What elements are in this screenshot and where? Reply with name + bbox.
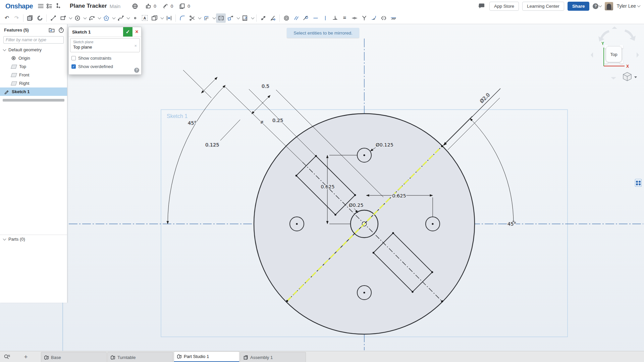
tree-item-right-plane[interactable]: Right — [0, 79, 67, 87]
trim-dropdown-caret[interactable] — [197, 13, 202, 23]
midpoint-constraint[interactable] — [350, 13, 359, 23]
create-tab-button[interactable]: + — [21, 353, 31, 361]
dimension-tool[interactable] — [268, 13, 278, 23]
accept-button[interactable]: ✓ — [123, 27, 132, 37]
parts-section-header[interactable]: Parts (0) — [0, 235, 67, 243]
tree-item-origin[interactable]: Origin — [0, 54, 67, 62]
help-icon[interactable]: ? — [593, 3, 598, 9]
coincident-constraint[interactable] — [359, 13, 369, 23]
dim-stray-dia[interactable]: ø — [261, 119, 263, 124]
transform-dropdown-caret[interactable] — [235, 13, 240, 23]
solid-model-icon[interactable] — [25, 13, 35, 23]
clear-selection-icon[interactable]: × — [134, 43, 137, 48]
rectangle-dropdown-caret[interactable] — [68, 13, 72, 23]
polygon-tool[interactable] — [101, 13, 111, 23]
sketch-region-icon[interactable] — [35, 13, 45, 23]
tree-group-default-geometry[interactable]: Default geometry — [0, 46, 67, 54]
fillet-tool[interactable] — [177, 13, 187, 23]
import-dxf-tool[interactable]: DXF — [240, 13, 250, 23]
polygon-dropdown-caret[interactable] — [111, 13, 116, 23]
sketch-plane-field[interactable]: Sketch plane Top plane × — [70, 38, 140, 52]
measure-tool[interactable] — [258, 13, 268, 23]
dim-dia-small-hole[interactable]: Ø0.125 — [376, 142, 393, 147]
tab-base[interactable]: Base — [41, 352, 107, 362]
line-tool[interactable] — [48, 13, 58, 23]
workspace-name[interactable]: Main — [110, 3, 121, 9]
circle-tool[interactable] — [72, 13, 82, 23]
rollback-timer-icon[interactable] — [58, 26, 64, 33]
dim-0-125[interactable]: 0.125 — [205, 142, 219, 147]
redo-button[interactable]: ↷ — [12, 13, 21, 23]
public-globe-icon[interactable] — [130, 2, 139, 10]
tangent-constraint[interactable] — [301, 13, 311, 23]
tree-item-sketch-1[interactable]: Sketch 1 — [0, 87, 67, 96]
follow-mode-icon[interactable] — [54, 2, 62, 10]
transform-tool[interactable] — [226, 13, 235, 23]
versions-icon[interactable] — [45, 2, 54, 10]
construction-dropdown-caret[interactable] — [159, 13, 164, 23]
filter-input[interactable] — [3, 36, 64, 44]
arc-tool[interactable] — [87, 13, 97, 23]
dim-0-625-vertical[interactable]: 0.625 — [321, 184, 335, 189]
add-folder-icon[interactable] — [48, 26, 55, 33]
show-overdefined-row[interactable]: ✓ Show overdefined — [71, 64, 113, 69]
show-constraints-row[interactable]: Show constraints — [71, 56, 111, 61]
undo-button[interactable]: ↶ — [2, 13, 12, 23]
perpendicular-constraint[interactable] — [330, 13, 340, 23]
app-store-button[interactable]: App Store — [489, 2, 519, 11]
cancel-button[interactable]: × — [132, 27, 141, 37]
point-tool[interactable] — [130, 13, 140, 23]
user-menu[interactable]: Tyler Lee — [616, 3, 640, 9]
vertical-constraint[interactable] — [320, 13, 330, 23]
construction-tool[interactable] — [150, 13, 159, 23]
horizontal-constraint[interactable] — [311, 13, 320, 23]
copy-icon[interactable] — [178, 2, 186, 10]
tree-item-top-plane[interactable]: Top — [0, 62, 67, 71]
symmetric-constraint[interactable] — [379, 13, 388, 23]
avatar[interactable] — [605, 2, 613, 10]
view-cube[interactable]: Y X Top — [590, 26, 644, 88]
dim-dia-outer[interactable]: Ø2.0 — [479, 92, 491, 104]
text-tool[interactable]: A — [140, 13, 150, 23]
spline-dropdown-caret[interactable] — [125, 13, 130, 23]
cube-view-icon[interactable] — [623, 72, 631, 81]
tab-manager-icon[interactable] — [2, 352, 12, 362]
equal-constraint[interactable]: = — [340, 13, 350, 23]
chevron-down-icon[interactable] — [3, 48, 6, 51]
tab-part-studio-1[interactable]: Part Studio 1 — [174, 351, 239, 362]
tab-assembly-1[interactable]: Assembly 1 — [240, 352, 306, 362]
show-overdefined-checkbox[interactable]: ✓ — [71, 64, 76, 69]
like-icon[interactable] — [144, 2, 153, 10]
offset-dropdown-caret[interactable] — [211, 13, 216, 23]
linear-pattern-tool[interactable] — [164, 13, 174, 23]
concentric-constraint[interactable] — [281, 13, 291, 23]
link-icon[interactable] — [161, 2, 170, 10]
cube-menu-caret[interactable] — [634, 76, 637, 78]
offset-tool[interactable] — [202, 13, 211, 23]
tab-turntable[interactable]: Turntable — [107, 352, 173, 362]
view-cube-top-face[interactable]: Top — [606, 47, 622, 62]
chat-icon[interactable] — [477, 2, 486, 10]
fix-constraint[interactable] — [388, 13, 398, 23]
dim-0-5[interactable]: 0.5 — [262, 83, 269, 89]
chevron-down-icon[interactable] — [3, 237, 6, 240]
dxf-dropdown-caret[interactable] — [250, 13, 255, 23]
reference-manager-handle[interactable] — [635, 179, 642, 187]
share-button[interactable]: Share — [568, 2, 590, 11]
help-menu[interactable]: ? — [593, 3, 601, 9]
dialog-help-icon[interactable]: ? — [134, 68, 139, 73]
document-title[interactable]: Plane Tracker — [70, 3, 107, 9]
tree-item-front-plane[interactable]: Front — [0, 71, 67, 79]
onshape-logo[interactable]: Onshape — [5, 2, 33, 10]
rollback-bar[interactable] — [3, 99, 64, 102]
show-constraints-checkbox[interactable] — [71, 56, 76, 60]
rectangle-tool[interactable] — [58, 13, 68, 23]
mirror-tool[interactable] — [216, 13, 226, 23]
circle-dropdown-caret[interactable] — [82, 13, 87, 23]
dim-angle-right[interactable]: 45° — [507, 221, 516, 227]
spline-tool[interactable] — [116, 13, 125, 23]
dim-angle-left[interactable]: 45° — [188, 120, 197, 126]
trim-tool[interactable] — [187, 13, 197, 23]
dim-0-625-horizontal[interactable]: 0.625 — [392, 193, 406, 198]
learning-center-button[interactable]: Learning Center — [522, 2, 564, 11]
